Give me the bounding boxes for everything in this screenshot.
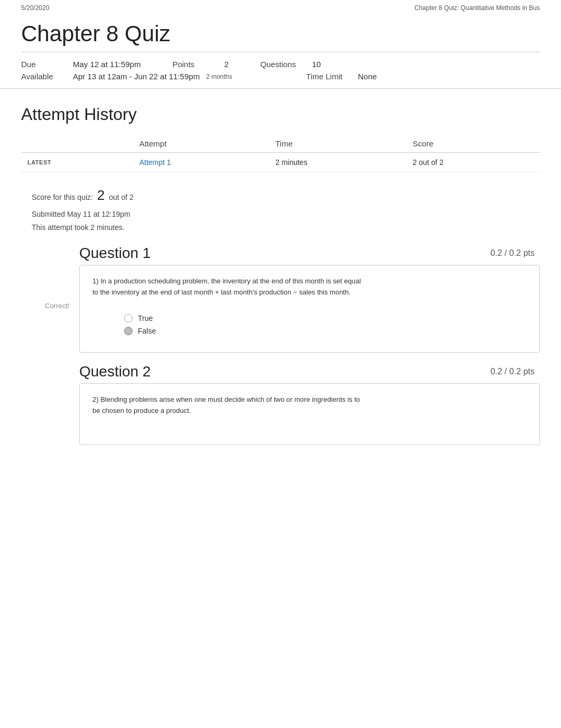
question-block-1: Question 1 0.2 / 0.2 pts Correct! 1) In …: [79, 245, 540, 353]
score-number: 2: [97, 187, 105, 203]
question-box-1: Correct! 1) In a production scheduling p…: [79, 265, 540, 353]
score-summary: Score for this quiz: 2 out of 2 Submitte…: [32, 183, 540, 234]
available-group: Available Apr 13 at 12am - Jun 22 at 11:…: [21, 72, 232, 81]
due-label: Due: [21, 60, 69, 69]
attempt-score: 2 out of 2: [406, 153, 540, 172]
question-text-1: 1) In a production scheduling problem, t…: [92, 276, 527, 298]
attempt-link-cell[interactable]: Attempt 1: [133, 153, 269, 172]
time-limit-value: None: [358, 72, 377, 81]
radio-button-1-2[interactable]: [124, 327, 133, 335]
col-score-header: Score: [406, 135, 540, 153]
latest-tag: LATEST: [21, 153, 133, 172]
question-text-2: 2) Blending problems arise when one must…: [92, 394, 527, 417]
time-limit-group: Time Limit None: [306, 72, 377, 81]
score-label: Score for this quiz:: [32, 193, 93, 201]
answer-label-1-2: False: [138, 327, 156, 335]
col-time-header: Time: [269, 135, 406, 153]
quiz-info-row-2: Available Apr 13 at 12am - Jun 22 at 11:…: [21, 72, 540, 81]
quiz-info-row-1: Due May 12 at 11:59pm Points 2 Questions…: [21, 60, 540, 69]
question-block-2: Question 2 0.2 / 0.2 pts 2) Blending pro…: [79, 363, 540, 446]
questions-value: 10: [312, 60, 321, 69]
attempt-table-header-row: Attempt Time Score: [21, 135, 540, 153]
col-attempt-header: Attempt: [133, 135, 269, 153]
radio-button-1-1[interactable]: [124, 314, 133, 322]
page-title: Chapter 8 Quiz: [21, 21, 540, 47]
attempt-1-link[interactable]: Attempt 1: [139, 158, 171, 167]
available-secondary: 2 months: [206, 73, 232, 80]
question-header-2: Question 2 0.2 / 0.2 pts: [79, 363, 540, 380]
attempt-history-title: Attempt History: [0, 89, 561, 130]
questions-group: Questions 10: [260, 60, 321, 69]
col-empty: [21, 135, 133, 153]
answer-label-1-1: True: [138, 314, 153, 322]
points-label: Points: [172, 60, 220, 69]
browser-title: Chapter 8 Quiz: Quantitative Methods in …: [415, 4, 540, 12]
questions-container: Question 1 0.2 / 0.2 pts Correct! 1) In …: [0, 245, 561, 445]
available-value: Apr 13 at 12am - Jun 22 at 11:59pm: [73, 72, 200, 81]
attempt-table: Attempt Time Score LATEST Attempt 1 2 mi…: [21, 135, 540, 172]
quiz-info: Due May 12 at 11:59pm Points 2 Questions…: [0, 52, 561, 89]
correct-label-1: Correct!: [45, 301, 69, 309]
points-group: Points 2: [172, 60, 228, 69]
available-label: Available: [21, 72, 69, 81]
attempt-table-row: LATEST Attempt 1 2 minutes 2 out of 2: [21, 153, 540, 172]
score-out-of: out of 2: [109, 193, 134, 201]
submitted-line: Submitted May 11 at 12:19pm: [32, 208, 540, 221]
question-pts-2: 0.2 / 0.2 pts: [490, 367, 535, 376]
score-line: Score for this quiz: 2 out of 2: [32, 183, 540, 208]
question-box-2: 2) Blending problems arise when one must…: [79, 383, 540, 446]
question-inner-2: 2) Blending problems arise when one must…: [92, 394, 527, 417]
points-value: 2: [224, 60, 228, 69]
time-limit-label: Time Limit: [306, 72, 354, 81]
time-took-line: This attempt took 2 minutes.: [32, 221, 540, 234]
question-header-1: Question 1 0.2 / 0.2 pts: [79, 245, 540, 262]
question-title-1: Question 1: [79, 245, 151, 262]
answer-option-1-1[interactable]: True: [124, 314, 495, 322]
question-title-2: Question 2: [79, 363, 151, 380]
question-inner-1: Correct! 1) In a production scheduling p…: [92, 276, 527, 335]
answer-option-1-2[interactable]: False: [124, 327, 495, 335]
due-group: Due May 12 at 11:59pm: [21, 60, 141, 69]
questions-label: Questions: [260, 60, 308, 69]
top-bar: 5/20/2020 Chapter 8 Quiz: Quantitative M…: [0, 0, 561, 16]
due-value: May 12 at 11:59pm: [73, 60, 141, 69]
question-pts-1: 0.2 / 0.2 pts: [490, 248, 535, 258]
page-title-area: Chapter 8 Quiz: [0, 16, 561, 47]
attempt-time: 2 minutes: [269, 153, 406, 172]
date-label: 5/20/2020: [21, 4, 49, 12]
